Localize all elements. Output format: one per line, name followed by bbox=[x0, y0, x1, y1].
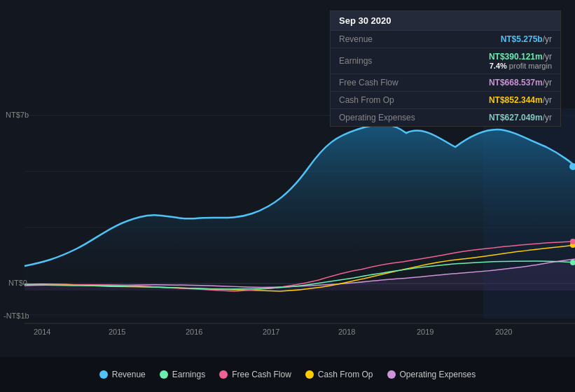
tooltip-header: Sep 30 2020 bbox=[331, 11, 560, 30]
legend-dot-cashfromop bbox=[305, 370, 314, 379]
legend-item-fcf[interactable]: Free Cash Flow bbox=[219, 370, 291, 379]
legend-item-earnings[interactable]: Earnings bbox=[160, 370, 205, 379]
tooltip-profit-margin: 7.4% profit margin bbox=[490, 62, 552, 70]
svg-text:NT$7b: NT$7b bbox=[6, 111, 29, 119]
tooltip-earnings-value: NT$390.121m/yr bbox=[489, 52, 552, 62]
legend-label-opex: Operating Expenses bbox=[400, 370, 476, 379]
svg-text:2018: 2018 bbox=[338, 328, 355, 336]
tooltip-opex-row: Operating Expenses NT$627.049m/yr bbox=[331, 108, 560, 126]
tooltip-fcf-label: Free Cash Flow bbox=[339, 78, 399, 88]
svg-text:2016: 2016 bbox=[186, 328, 202, 336]
tooltip-revenue-label: Revenue bbox=[339, 34, 373, 44]
legend-item-opex[interactable]: Operating Expenses bbox=[387, 370, 476, 379]
svg-text:2015: 2015 bbox=[109, 328, 125, 336]
legend-label-fcf: Free Cash Flow bbox=[232, 370, 291, 379]
tooltip-revenue-value: NT$5.275b/yr bbox=[501, 34, 552, 44]
legend-item-revenue[interactable]: Revenue bbox=[99, 370, 146, 379]
tooltip-revenue-row: Revenue NT$5.275b/yr bbox=[331, 30, 560, 48]
chart-container: 2014 2015 2016 2017 2018 2019 2020 NT$7b… bbox=[0, 0, 575, 392]
svg-text:2014: 2014 bbox=[34, 328, 50, 336]
tooltip-earnings-row: Earnings NT$390.121m/yr 7.4% profit marg… bbox=[331, 48, 560, 74]
tooltip-cashfromop-value: NT$852.344m/yr bbox=[489, 95, 552, 105]
svg-text:-NT$1b: -NT$1b bbox=[4, 312, 29, 320]
tooltip-opex-value: NT$627.049m/yr bbox=[489, 113, 552, 122]
legend-label-revenue: Revenue bbox=[112, 370, 146, 379]
svg-text:2020: 2020 bbox=[495, 328, 512, 336]
legend-label-cashfromop: Cash From Op bbox=[318, 370, 373, 379]
legend-dot-opex bbox=[387, 370, 396, 379]
legend-label-earnings: Earnings bbox=[172, 370, 205, 379]
svg-text:NT$0: NT$0 bbox=[8, 279, 27, 287]
tooltip-cashfromop-label: Cash From Op bbox=[339, 95, 394, 105]
legend-item-cashfromop[interactable]: Cash From Op bbox=[305, 370, 373, 379]
svg-text:2017: 2017 bbox=[263, 328, 279, 336]
tooltip-earnings-label: Earnings bbox=[339, 56, 372, 66]
legend-dot-earnings bbox=[160, 370, 168, 379]
svg-text:2019: 2019 bbox=[417, 328, 434, 336]
legend: Revenue Earnings Free Cash Flow Cash Fro… bbox=[0, 370, 575, 379]
tooltip-fcf-value: NT$668.537m/yr bbox=[489, 78, 552, 88]
tooltip-cashfromop-row: Cash From Op NT$852.344m/yr bbox=[331, 91, 560, 108]
tooltip-fcf-row: Free Cash Flow NT$668.537m/yr bbox=[331, 74, 560, 91]
legend-dot-fcf bbox=[219, 370, 228, 379]
tooltip-box: Sep 30 2020 Revenue NT$5.275b/yr Earning… bbox=[330, 10, 561, 127]
legend-dot-revenue bbox=[99, 370, 108, 379]
tooltip-opex-label: Operating Expenses bbox=[339, 113, 415, 122]
